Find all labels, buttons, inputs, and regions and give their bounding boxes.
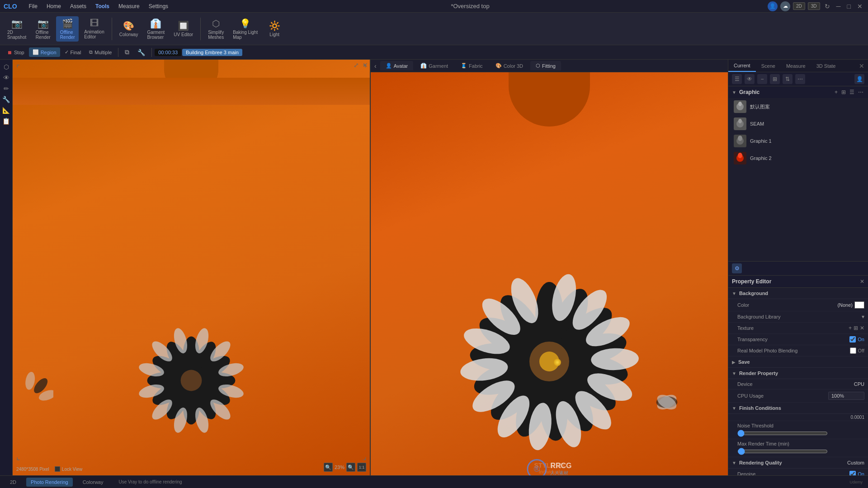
region-button[interactable]: ⬜ Region	[29, 47, 60, 57]
vp-left-expand[interactable]: ⤢	[354, 61, 359, 69]
menu-home[interactable]: Home	[42, 1, 66, 11]
bg-library-dropdown-icon[interactable]: ▾	[862, 314, 864, 320]
view-2d-btn[interactable]: 2D	[793, 2, 805, 10]
layer-item-graphic1[interactable]: Graphic 1	[728, 132, 868, 150]
menu-tools[interactable]: Tools	[91, 1, 114, 11]
vp-tab-fabric[interactable]: 🧵 Fabric	[455, 61, 488, 70]
panel-icon-sort[interactable]: ⇅	[783, 74, 793, 84]
layer-item-seam[interactable]: SEAM	[728, 115, 868, 132]
tab-photo-rendering[interactable]: Photo Rendering	[26, 478, 73, 487]
final-button[interactable]: ✓ Final	[61, 47, 85, 57]
tool-offline-snapshot[interactable]: 📷 OfflineRender	[32, 16, 54, 42]
cpu-usage-input[interactable]	[828, 392, 864, 400]
filter-btn[interactable]: ⋯	[857, 89, 864, 95]
panel-icon-person[interactable]: 👤	[854, 74, 864, 84]
tool-offline-render[interactable]: 🎬 OfflineRender	[56, 16, 79, 42]
garment-tab-label: Garment	[429, 63, 448, 69]
vp-nav-left-icon[interactable]: ‹	[374, 62, 377, 70]
sidebar-icon-4[interactable]: 🔧	[2, 96, 10, 103]
panel-settings-active-icon[interactable]: ⚙	[732, 263, 742, 273]
close-icon[interactable]: ✕	[855, 3, 864, 10]
icon-btn-1[interactable]: ⧉	[121, 47, 133, 58]
tab-2d[interactable]: 2D	[5, 478, 21, 487]
vp-tab-avatar[interactable]: 👤 Avatar	[380, 61, 414, 70]
prop-color-row: Color (None)	[728, 299, 868, 311]
menu-settings[interactable]: Settings	[144, 1, 173, 11]
vp-tab-garment[interactable]: 👔 Garment	[415, 61, 453, 70]
refresh-icon[interactable]: ↻	[823, 3, 832, 10]
real-model-toggle[interactable]: Off	[850, 347, 864, 354]
grid-view-btn[interactable]: ⊞	[840, 89, 847, 95]
add-layer-btn[interactable]: +	[834, 89, 839, 95]
list-view-btn[interactable]: ☰	[849, 89, 855, 95]
tool-2d-snapshot[interactable]: 📷 2DSnapshot	[4, 16, 30, 42]
panel-icon-grid[interactable]: ⊞	[770, 74, 780, 84]
panel-tab-measure[interactable]: Measure	[781, 61, 811, 71]
finish-section-header[interactable]: ▼ Finish Conditions	[728, 403, 868, 414]
lock-checkbox[interactable]	[55, 466, 60, 472]
zoom-out-btn[interactable]: 🔍	[324, 463, 333, 472]
tool-baking-light[interactable]: 💡 Baking LightMap	[229, 16, 261, 42]
vp-right-content[interactable]: STYLE 3D Individual ® RRCG 人人素材	[371, 72, 728, 488]
sidebar-icon-6[interactable]: 📋	[2, 117, 10, 125]
property-editor-close[interactable]: ✕	[860, 278, 864, 285]
panel-icon-layers[interactable]: ☰	[732, 74, 742, 84]
real-model-checkbox[interactable]	[850, 347, 856, 354]
sidebar-icon-5[interactable]: 📐	[2, 107, 10, 114]
render-section-header[interactable]: ▼ Render Property	[728, 368, 868, 379]
panel-icon-settings[interactable]: ⋯	[795, 74, 805, 84]
tool-animation-editor[interactable]: 🎞 AnimationEditor	[80, 16, 108, 41]
menu-assets[interactable]: Assets	[66, 1, 91, 11]
tool-simplify-meshes[interactable]: ⬡ SimplifyMeshes	[204, 16, 227, 42]
panel-icon-minus[interactable]: −	[757, 74, 767, 84]
color-swatch[interactable]	[854, 301, 864, 309]
minimize-icon[interactable]: ─	[835, 3, 843, 10]
layer-item-0[interactable]: 默认图案	[728, 98, 868, 115]
garment-tab-icon: 👔	[420, 63, 427, 69]
tool-uv-editor[interactable]: 🔲 UV Editor	[170, 19, 197, 39]
menu-file[interactable]: File	[24, 1, 42, 11]
background-section-header[interactable]: ▼ Background	[728, 288, 868, 299]
texture-add-icon[interactable]: +	[849, 325, 852, 331]
panel-tab-3dstate[interactable]: 3D State	[811, 61, 841, 71]
layer-name-graphic2: Graphic 2	[750, 155, 863, 161]
stop-button[interactable]: ⏹ Stop	[4, 48, 28, 57]
vp-left-close[interactable]: ✕	[363, 61, 368, 69]
texture-actions: + ⊞ ✕	[849, 325, 864, 331]
panel-icon-eye[interactable]: 👁	[745, 74, 755, 84]
rendering-quality-header[interactable]: ▼ Rendering Quality Custom	[728, 457, 868, 469]
panel-close-btn[interactable]: ✕	[855, 62, 868, 70]
cloud-icon[interactable]: ☁	[780, 1, 790, 11]
multiple-button[interactable]: ⧉ Multiple	[85, 47, 115, 57]
texture-grid-icon[interactable]: ⊞	[854, 325, 858, 331]
sidebar-icon-3[interactable]: ✏	[4, 85, 9, 92]
maximize-icon[interactable]: □	[845, 3, 853, 10]
texture-delete-icon[interactable]: ✕	[860, 325, 864, 331]
user-icon[interactable]: 👤	[768, 1, 778, 11]
view-3d-btn[interactable]: 3D	[808, 2, 820, 10]
icon-btn-2[interactable]: 🔧	[134, 47, 149, 58]
graphic-section-header[interactable]: ▼ Graphic + ⊞ ☰ ⋯	[728, 86, 868, 98]
transparency-toggle[interactable]: On	[849, 336, 864, 343]
transparency-checkbox[interactable]	[849, 336, 856, 343]
tool-light[interactable]: 🔆 Light	[263, 19, 286, 39]
tab-colorway[interactable]: Colorway	[78, 478, 108, 487]
panel-tab-scene[interactable]: Scene	[756, 61, 781, 71]
vp-tab-color3d[interactable]: 🎨 Color 3D	[490, 61, 528, 70]
sidebar-icon-1[interactable]: ⬡	[4, 63, 9, 70]
noise-threshold-slider[interactable]	[737, 430, 828, 437]
tool-garment-browser[interactable]: 👔 GarmentBrowser	[143, 16, 168, 42]
menu-measure[interactable]: Measure	[114, 1, 144, 11]
layer-item-graphic2[interactable]: Graphic 2	[728, 150, 868, 167]
zoom-in-btn[interactable]: 🔍	[346, 463, 355, 472]
sidebar-icon-2[interactable]: 👁	[3, 74, 9, 81]
tool-colorway[interactable]: 🎨 Colorway	[116, 19, 142, 39]
lock-view[interactable]: Lock View	[55, 466, 82, 472]
layer-name-graphic1: Graphic 1	[750, 138, 863, 144]
panel-tab-current[interactable]: Current	[728, 60, 756, 72]
vp-tab-fitting[interactable]: ⬡ Fitting	[530, 61, 561, 70]
save-section-header[interactable]: ▶ Save	[728, 357, 868, 368]
zoom-fit-btn[interactable]: 1:1	[357, 463, 366, 472]
viewport-left-content[interactable]: ⌜ ⌝ ⌞ ⌟ 2480*3508 Pixel Lock View 🔍 23% …	[13, 60, 370, 475]
max-render-slider[interactable]	[737, 448, 828, 455]
